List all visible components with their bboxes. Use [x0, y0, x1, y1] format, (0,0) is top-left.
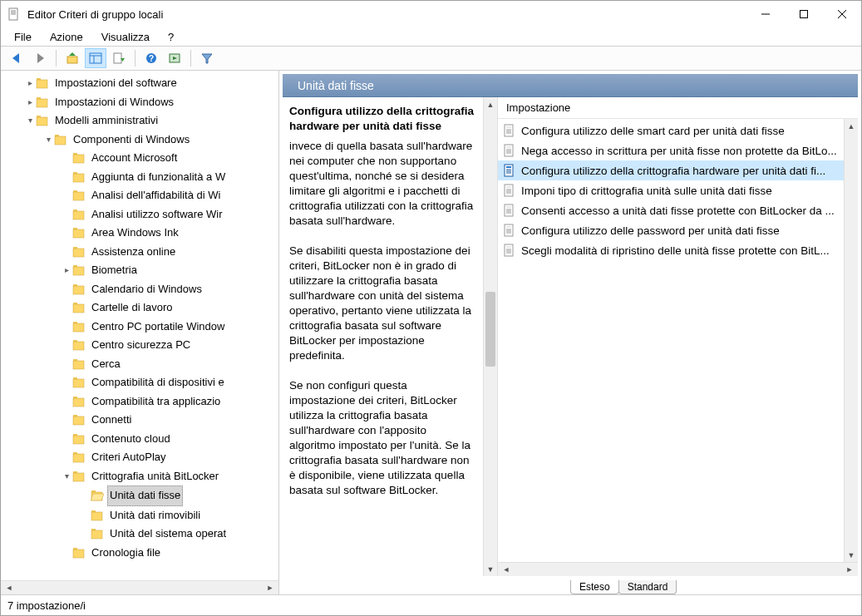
- tree-view[interactable]: ▸Impostazioni del software▸Impostazioni …: [1, 71, 278, 580]
- folder-icon: [91, 528, 104, 540]
- tree-item[interactable]: Criteri AutoPlay: [1, 448, 278, 467]
- list-hscrollbar[interactable]: ◄ ►: [498, 562, 858, 576]
- tree-item[interactable]: Centro PC portatile Window: [1, 318, 278, 337]
- tree-item-label: Analisi dell'affidabilità di Wi: [89, 186, 223, 205]
- list-column-header[interactable]: Impostazione: [498, 97, 858, 119]
- filter-button[interactable]: [196, 48, 218, 68]
- folder-header: Unità dati fisse: [283, 74, 858, 97]
- folder-icon: [36, 115, 49, 126]
- folder-icon: [72, 171, 86, 183]
- tree-item-label: Modelli amministrativi: [52, 111, 160, 131]
- menubar: File Azione Visualizza ?: [1, 27, 861, 46]
- menu-action[interactable]: Azione: [42, 29, 91, 45]
- tree-item[interactable]: Unità del sistema operat: [1, 525, 278, 544]
- tree-item[interactable]: ▸Impostazioni di Windows: [1, 93, 278, 112]
- tree-item[interactable]: Contenuto cloud: [1, 430, 278, 449]
- caret-icon[interactable]: ▸: [24, 74, 36, 93]
- tree-item-label: Componenti di Windows: [71, 131, 192, 150]
- list-item[interactable]: Imponi tipo di crittografia unità sulle …: [498, 180, 844, 200]
- tree-item[interactable]: Area Windows Ink: [1, 224, 278, 243]
- list-item[interactable]: Consenti accesso a unità dati fisse prot…: [498, 200, 844, 220]
- show-hide-tree-button[interactable]: [85, 48, 106, 68]
- caret-icon[interactable]: ▾: [42, 131, 54, 150]
- svg-rect-15: [114, 53, 121, 63]
- tree-item[interactable]: Assistenza online: [1, 243, 278, 262]
- export-list-button[interactable]: [108, 48, 130, 68]
- tree-item[interactable]: Cerca: [1, 355, 278, 374]
- caret-icon[interactable]: ▸: [61, 261, 72, 280]
- caret-icon[interactable]: ▾: [61, 467, 72, 486]
- tree-item[interactable]: Compatibilità tra applicazio: [1, 392, 278, 411]
- tree-item[interactable]: Cronologia file: [1, 544, 278, 563]
- tree-item[interactable]: Calendario di Windows: [1, 280, 278, 299]
- folder-icon: [72, 433, 86, 445]
- scroll-up-icon[interactable]: ▲: [484, 97, 497, 111]
- list-item[interactable]: Scegli modalità di ripristino delle unit…: [498, 240, 844, 260]
- svg-rect-33: [73, 174, 84, 182]
- folder-icon: [72, 451, 86, 463]
- policy-icon: [503, 244, 516, 257]
- tree-item[interactable]: ▾Crittografia unità BitLocker: [1, 467, 278, 486]
- tree-item[interactable]: Unità dati fisse: [1, 485, 278, 506]
- tree-item[interactable]: Account Microsoft: [1, 149, 278, 168]
- tree-item[interactable]: ▾Componenti di Windows: [1, 131, 278, 150]
- status-count: 7 impostazione/i: [7, 599, 102, 612]
- forward-button[interactable]: [29, 48, 51, 68]
- svg-rect-27: [37, 117, 47, 126]
- list-item[interactable]: Nega accesso in scrittura per unità fiss…: [498, 140, 844, 160]
- close-button[interactable]: [823, 1, 861, 27]
- tree-item[interactable]: ▸Impostazioni del software: [1, 74, 278, 93]
- menu-file[interactable]: File: [6, 29, 40, 45]
- up-button[interactable]: [62, 48, 83, 68]
- folder-icon: [36, 96, 49, 108]
- folder-icon: [72, 283, 86, 295]
- tree-item[interactable]: Aggiunta di funzionalità a W: [1, 168, 278, 187]
- maximize-button[interactable]: [785, 1, 823, 27]
- caret-icon[interactable]: ▸: [24, 93, 36, 112]
- tree-item-label: Calendario di Windows: [89, 280, 204, 299]
- tree-item[interactable]: Cartelle di lavoro: [1, 298, 278, 318]
- list-item[interactable]: Configura utilizzo della crittografia ha…: [498, 160, 844, 180]
- minimize-button[interactable]: [746, 1, 785, 27]
- caret-icon[interactable]: ▾: [24, 111, 36, 131]
- scroll-thumb[interactable]: [485, 292, 495, 367]
- settings-list[interactable]: Configura utilizzo delle smart card per …: [498, 119, 844, 562]
- scroll-right-icon[interactable]: ►: [264, 582, 277, 594]
- properties-button[interactable]: [164, 48, 185, 68]
- svg-rect-84: [506, 146, 511, 148]
- tree-item-label: Centro sicurezza PC: [89, 336, 193, 355]
- description-panel: Configura utilizzo della crittografia ha…: [283, 97, 483, 576]
- description-vscrollbar[interactable]: ▲ ▼: [483, 97, 497, 576]
- svg-rect-61: [73, 436, 84, 444]
- tree-item-label: Area Windows Ink: [89, 224, 181, 243]
- tree-item[interactable]: ▸Biometria: [1, 261, 278, 280]
- folder-icon: [72, 321, 86, 333]
- list-vscrollbar[interactable]: ▲ ▼: [844, 119, 858, 562]
- scroll-left-icon[interactable]: ◄: [2, 582, 16, 594]
- menu-help[interactable]: ?: [160, 29, 182, 45]
- scroll-right-icon[interactable]: ►: [843, 564, 856, 575]
- tree-item[interactable]: ▾Modelli amministrativi: [1, 111, 278, 131]
- tree-item[interactable]: Compatibilità di dispositivi e: [1, 373, 278, 392]
- svg-text:?: ?: [149, 54, 154, 63]
- back-button[interactable]: [6, 48, 27, 68]
- tab-esteso[interactable]: Esteso: [570, 580, 619, 594]
- scroll-left-icon[interactable]: ◄: [500, 564, 513, 575]
- tree-item[interactable]: Centro sicurezza PC: [1, 336, 278, 355]
- menu-view[interactable]: Visualizza: [93, 29, 158, 45]
- scroll-down-icon[interactable]: ▼: [845, 548, 858, 562]
- svg-rect-29: [55, 136, 66, 145]
- tree-item[interactable]: Analisi dell'affidabilità di Wi: [1, 186, 278, 205]
- tree-hscrollbar[interactable]: ◄ ►: [1, 580, 278, 594]
- policy-icon: [503, 204, 516, 217]
- svg-rect-109: [506, 246, 511, 248]
- help-button[interactable]: ?: [140, 48, 162, 68]
- tree-item[interactable]: Analisi utilizzo software Wir: [1, 205, 278, 224]
- scroll-down-icon[interactable]: ▼: [484, 562, 497, 576]
- list-item[interactable]: Configura utilizzo delle smart card per …: [498, 121, 844, 140]
- tree-item[interactable]: Connetti: [1, 411, 278, 430]
- tree-item[interactable]: Unità dati rimovibili: [1, 506, 278, 525]
- tab-standard[interactable]: Standard: [618, 580, 677, 594]
- scroll-up-icon[interactable]: ▲: [845, 119, 858, 133]
- list-item[interactable]: Configura utilizzo delle password per un…: [498, 220, 844, 240]
